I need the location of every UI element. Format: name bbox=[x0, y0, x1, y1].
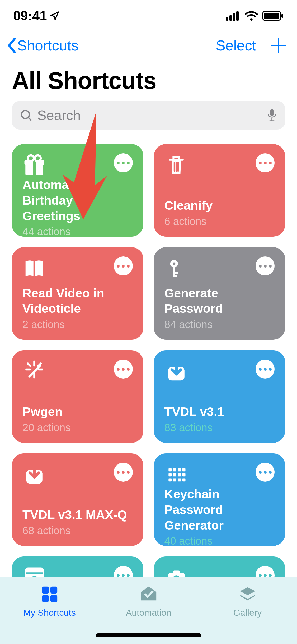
svg-rect-48 bbox=[178, 479, 181, 482]
tab-my-shortcuts[interactable]: My Shortcuts bbox=[10, 585, 89, 618]
home-indicator[interactable] bbox=[96, 633, 201, 637]
svg-rect-6 bbox=[281, 14, 283, 18]
key-icon bbox=[164, 256, 188, 280]
washer-icon bbox=[22, 566, 46, 577]
book-icon bbox=[22, 256, 46, 280]
search-icon bbox=[20, 109, 32, 122]
svg-rect-57 bbox=[50, 587, 57, 594]
download-icon bbox=[22, 463, 46, 486]
shortcut-card[interactable]: Keychain Password Generator40 actions bbox=[154, 453, 285, 546]
select-button[interactable]: Select bbox=[216, 37, 256, 54]
squares-icon bbox=[40, 585, 59, 604]
more-button[interactable] bbox=[114, 566, 133, 577]
svg-rect-56 bbox=[42, 587, 49, 594]
shortcut-title: Pwgen bbox=[22, 404, 133, 420]
svg-rect-45 bbox=[182, 473, 186, 477]
more-button[interactable] bbox=[256, 153, 275, 172]
svg-rect-40 bbox=[178, 468, 181, 472]
shortcut-card[interactable]: Read Video in Videoticle2 actions bbox=[12, 247, 143, 340]
shortcut-subtitle: 40 actions bbox=[164, 535, 275, 547]
shortcut-title: Generate Password bbox=[164, 286, 275, 317]
clockcheck-icon bbox=[139, 585, 158, 604]
shortcut-card[interactable]: TVDL v3.183 actions bbox=[154, 350, 285, 443]
gift-icon bbox=[22, 153, 46, 177]
shortcut-subtitle: 6 actions bbox=[164, 215, 275, 227]
svg-rect-5 bbox=[264, 13, 279, 19]
svg-point-51 bbox=[30, 575, 39, 577]
more-button[interactable] bbox=[256, 256, 275, 275]
back-button[interactable]: Shortcuts bbox=[7, 37, 78, 54]
svg-rect-42 bbox=[168, 473, 172, 477]
cellular-signal-icon bbox=[226, 11, 241, 21]
more-button[interactable] bbox=[114, 153, 133, 172]
location-arrow-icon bbox=[50, 11, 60, 21]
stack-icon bbox=[238, 585, 257, 604]
svg-rect-59 bbox=[50, 595, 57, 602]
shortcut-card[interactable]: Pwgen20 actions bbox=[12, 350, 143, 443]
shortcut-card[interactable]: Cleanify6 actions bbox=[154, 144, 285, 237]
shortcut-title: Cleanify bbox=[164, 198, 275, 213]
tab-label: My Shortcuts bbox=[23, 608, 76, 618]
microphone-icon[interactable] bbox=[267, 108, 277, 122]
shortcut-subtitle: 83 actions bbox=[164, 422, 275, 434]
search-bar[interactable] bbox=[12, 101, 285, 130]
shortcut-title: Read Video in Videoticle bbox=[22, 286, 133, 317]
shortcut-title: Keychain Password Generator bbox=[164, 486, 275, 533]
search-input[interactable] bbox=[37, 107, 262, 123]
shortcut-title: TVDL v3.1 MAX-Q bbox=[22, 507, 133, 523]
back-label: Shortcuts bbox=[17, 37, 78, 54]
more-button[interactable] bbox=[256, 566, 275, 577]
wifi-icon bbox=[244, 11, 258, 21]
svg-rect-25 bbox=[173, 272, 178, 274]
shortcut-subtitle: 68 actions bbox=[22, 525, 133, 537]
more-button[interactable] bbox=[256, 360, 275, 379]
page-title: All Shortcuts bbox=[0, 59, 297, 101]
shortcut-subtitle: 2 actions bbox=[22, 319, 133, 330]
svg-rect-38 bbox=[168, 468, 172, 472]
svg-point-18 bbox=[35, 155, 41, 162]
shortcut-title: TVDL v3.1 bbox=[164, 404, 275, 420]
svg-rect-0 bbox=[226, 17, 228, 21]
shortcut-card[interactable] bbox=[12, 556, 143, 577]
svg-rect-16 bbox=[33, 160, 36, 175]
svg-rect-46 bbox=[168, 479, 172, 482]
svg-rect-44 bbox=[178, 473, 181, 477]
status-bar: 09:41 bbox=[0, 0, 297, 32]
shortcut-card[interactable]: Generate Password84 actions bbox=[154, 247, 285, 340]
more-button[interactable] bbox=[114, 463, 133, 482]
shortcut-card[interactable]: Automated Birthday Greetings44 actions bbox=[12, 144, 143, 237]
more-button[interactable] bbox=[114, 256, 133, 275]
svg-rect-2 bbox=[233, 13, 235, 21]
battery-icon bbox=[262, 11, 284, 21]
shortcut-subtitle: 84 actions bbox=[164, 319, 275, 330]
svg-rect-24 bbox=[173, 267, 175, 276]
svg-rect-39 bbox=[173, 468, 176, 472]
svg-point-17 bbox=[28, 155, 34, 162]
svg-rect-11 bbox=[270, 109, 274, 116]
tab-automation[interactable]: Automation bbox=[109, 585, 188, 618]
status-time: 09:41 bbox=[13, 8, 60, 24]
chevron-left-icon bbox=[7, 38, 17, 53]
shortcut-card[interactable] bbox=[154, 556, 285, 577]
svg-rect-43 bbox=[173, 473, 176, 477]
shortcut-subtitle: 44 actions bbox=[22, 226, 133, 238]
add-button[interactable] bbox=[271, 38, 286, 53]
tab-gallery[interactable]: Gallery bbox=[208, 585, 287, 618]
svg-rect-58 bbox=[42, 595, 49, 602]
svg-rect-26 bbox=[173, 275, 177, 277]
wand-icon bbox=[22, 360, 46, 383]
shortcut-card[interactable]: TVDL v3.1 MAX-Q68 actions bbox=[12, 453, 143, 546]
status-indicators bbox=[226, 11, 284, 21]
svg-rect-47 bbox=[173, 479, 176, 482]
nav-bar: Shortcuts Select bbox=[0, 32, 297, 59]
grid-icon bbox=[164, 463, 188, 486]
shortcut-title: Automated Birthday Greetings bbox=[22, 177, 133, 224]
svg-rect-55 bbox=[173, 570, 180, 574]
tab-label: Gallery bbox=[233, 608, 262, 618]
more-button[interactable] bbox=[256, 463, 275, 482]
status-time-text: 09:41 bbox=[13, 8, 47, 24]
more-button[interactable] bbox=[114, 360, 133, 379]
tab-label: Automation bbox=[126, 608, 171, 618]
shortcut-subtitle: 20 actions bbox=[22, 422, 133, 434]
svg-rect-41 bbox=[182, 468, 186, 472]
